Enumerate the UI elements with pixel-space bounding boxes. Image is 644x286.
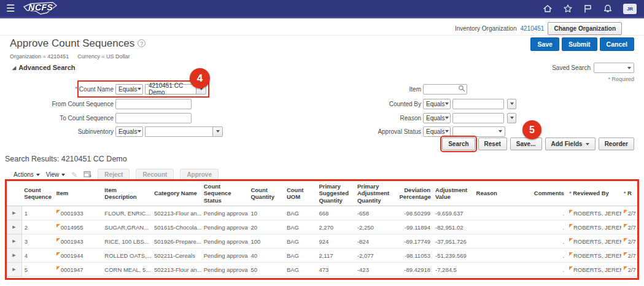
cell-uom: BAG <box>284 249 316 263</box>
column-header-adj_value[interactable]: Adjustment Value <box>433 181 474 206</box>
column-header-desc[interactable]: Item Description <box>102 181 152 206</box>
row-expand-icon[interactable]: ▶ <box>7 263 21 277</box>
column-header-suggested[interactable]: Primary Suggested Quantity <box>316 181 355 206</box>
organization-context: Organization = 4210451 <box>10 53 69 60</box>
count-name-operator-select[interactable]: Equals <box>115 84 143 95</box>
add-fields-button[interactable]: Add Fields <box>545 137 596 150</box>
row-expand-icon[interactable]: ▶ <box>7 206 21 220</box>
table-row[interactable]: ▶50001947CORN MEAL, 5...502213-Flour an.… <box>7 263 637 277</box>
counted-by-input[interactable] <box>452 99 504 109</box>
column-header-category[interactable]: Category Name <box>152 181 201 206</box>
cell-deviation: -98.50299 <box>397 206 433 220</box>
help-icon[interactable]: ? <box>138 39 145 47</box>
user-avatar[interactable]: JR <box>623 4 637 14</box>
reason-operator-select[interactable]: Equals <box>423 113 451 123</box>
column-header-review_date[interactable]: * R <box>621 181 637 206</box>
approval-status-select[interactable] <box>452 126 505 137</box>
column-header-item[interactable]: Item <box>54 181 103 206</box>
search-button[interactable]: Search <box>442 137 475 150</box>
inventory-organization-value[interactable]: 4210451 <box>521 25 545 32</box>
approval-status-operator-select[interactable]: Equals <box>423 126 451 137</box>
cell-seq: 5 <box>21 263 53 277</box>
cell-status: Pending approval <box>201 249 249 263</box>
to-count-sequence-label: To Count Sequence <box>0 115 114 122</box>
notifications-bell-icon[interactable] <box>603 4 613 14</box>
to-count-sequence-input[interactable] <box>115 113 192 123</box>
cell-reviewed_by: ROBERTS, JEREMY <box>567 206 621 220</box>
column-header-reviewed_by[interactable]: * Reviewed By <box>567 181 621 206</box>
counted-by-dropdown-button[interactable] <box>507 99 516 109</box>
detach-icon[interactable] <box>83 169 91 180</box>
count-name-label: * Count Name <box>0 86 114 93</box>
cell-item: 0014955 <box>54 220 103 234</box>
cell-category: 501926-Prepare... <box>152 234 201 249</box>
table-row[interactable]: ▶30001943RICE, 100 LBS...501926-Prepare.… <box>7 234 637 249</box>
hamburger-menu-icon[interactable]: ☰ <box>6 4 15 14</box>
reason-input[interactable] <box>452 113 504 123</box>
home-icon[interactable] <box>543 4 553 14</box>
chevron-down-icon <box>61 174 65 176</box>
column-header-adjustment[interactable]: Primary Adjustment Quantity <box>355 181 397 206</box>
reorder-button[interactable]: Reorder <box>599 137 634 150</box>
column-header-comments[interactable]: Comments <box>517 181 567 206</box>
cell-desc: ROLLED OATS,... <box>102 249 152 263</box>
changed-flag-icon <box>624 266 627 270</box>
subinventory-value[interactable] <box>145 126 212 137</box>
advanced-search-section-header[interactable]: ◢ Advanced Search <box>12 64 75 71</box>
changed-flag-icon <box>569 252 573 256</box>
cell-suggested: 2,117 <box>316 249 355 263</box>
row-expand-icon[interactable]: ▶ <box>7 249 21 263</box>
actions-menu[interactable]: Actions <box>14 171 40 178</box>
from-count-sequence-input[interactable] <box>115 99 192 109</box>
header-divider <box>0 35 644 36</box>
change-organization-button[interactable]: Change Organization <box>548 22 622 35</box>
cancel-button[interactable]: Cancel <box>600 37 634 51</box>
column-header-deviation[interactable]: Deviation Percentage <box>397 181 433 206</box>
item-search-icon[interactable] <box>458 83 465 95</box>
cell-seq: 2 <box>21 220 53 234</box>
row-expand-icon[interactable]: ▶ <box>7 220 21 234</box>
cell-comments: . <box>517 234 567 249</box>
cell-reason <box>474 220 518 234</box>
search-results-title: Search Results: 4210451 CC Demo <box>5 155 127 163</box>
favorites-star-icon[interactable] <box>563 4 573 14</box>
cell-item: 0001944 <box>54 249 103 263</box>
save-search-button[interactable]: Save... <box>510 137 542 150</box>
table-row[interactable]: ▶20014955SUGAR,GRAN...501615-Chocola...P… <box>7 220 637 234</box>
row-expand-icon[interactable]: ▶ <box>7 234 21 249</box>
recount-button[interactable]: Recount <box>136 169 174 180</box>
cell-suggested: 668 <box>316 206 355 220</box>
reset-button[interactable]: Reset <box>478 137 507 150</box>
view-menu[interactable]: View <box>46 171 66 178</box>
submit-button[interactable]: Submit <box>562 37 597 51</box>
count-name-value[interactable]: 4210451 CC Demo <box>145 84 196 95</box>
cell-reason <box>474 249 518 263</box>
column-header-qty[interactable]: Count Quantity <box>248 181 284 206</box>
approve-button[interactable]: Approve <box>180 169 219 180</box>
context-info: Organization = 4210451 Currency = US Dol… <box>10 53 130 60</box>
edit-pencil-icon[interactable]: ✎ <box>71 171 77 179</box>
reason-dropdown-button[interactable] <box>507 113 516 123</box>
table-row[interactable]: ▶10001933FLOUR, ENRIC...502213-Flour an.… <box>7 206 637 220</box>
column-header-uom[interactable]: Count UOM <box>284 181 316 206</box>
chevron-down-icon <box>36 174 40 176</box>
ncfs-logo[interactable]: NCFS <box>22 1 60 17</box>
table-row[interactable]: ▶40001944ROLLED OATS,...502211-CerealsPe… <box>7 249 637 263</box>
subinventory-dropdown-button[interactable] <box>212 126 223 137</box>
flag-watchlist-icon[interactable] <box>583 4 592 14</box>
counted-by-operator-select[interactable]: Equals <box>423 99 451 109</box>
column-header-seq[interactable]: Count Sequence <box>21 181 53 206</box>
inventory-organization-label: Inventory Organization <box>455 25 517 32</box>
subinventory-operator-select[interactable]: Equals <box>115 126 143 137</box>
reject-button[interactable]: Reject <box>98 169 130 180</box>
cell-desc: CORN MEAL, 5... <box>102 263 152 277</box>
changed-flag-icon <box>569 238 573 242</box>
cell-comments: . <box>517 206 567 220</box>
save-button[interactable]: Save <box>530 37 559 51</box>
column-header-reason[interactable]: Reason <box>474 181 518 206</box>
changed-flag-icon <box>56 224 60 228</box>
saved-search-select[interactable] <box>594 63 634 73</box>
column-header-status[interactable]: Count Sequence Status <box>201 181 249 206</box>
cell-item: 0001933 <box>54 206 103 220</box>
subinventory-label: Subinventory <box>0 128 114 135</box>
